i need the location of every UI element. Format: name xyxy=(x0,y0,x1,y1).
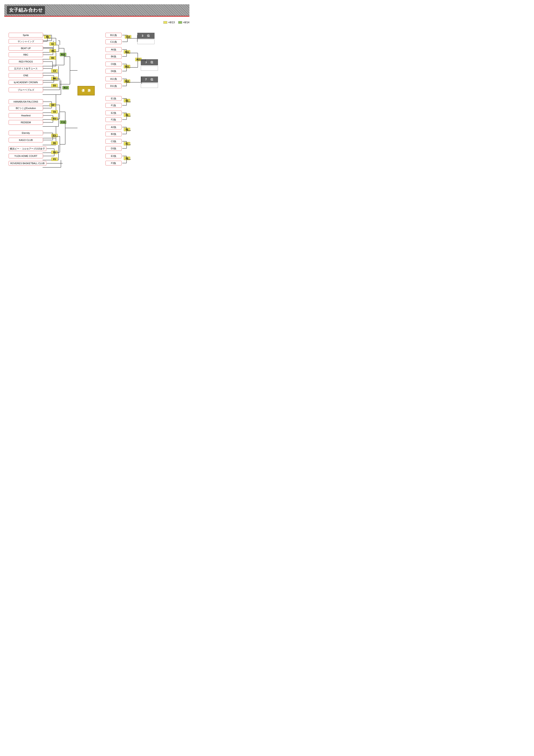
place-3-label: 3 位 xyxy=(137,33,155,39)
result-e3lose: E3負 xyxy=(106,154,122,158)
place3-text: 3 位 xyxy=(141,34,150,38)
label-e3: E3 xyxy=(51,134,58,137)
team-hanabusa: HANABUSA FALCONS xyxy=(9,99,43,104)
legend: =8/13 =8/14 xyxy=(4,21,190,24)
result-a6lose: A6負 xyxy=(106,47,122,52)
legend-yellow-label: =8/13 xyxy=(168,21,175,24)
label-d6: D6 xyxy=(51,141,58,145)
label-c3: C3 xyxy=(51,69,58,73)
label-c11: C11 xyxy=(60,121,66,124)
team-heartiest: Heartiest xyxy=(9,113,43,118)
label-f6: F6 xyxy=(124,128,130,131)
place-7-label: 7 位 xyxy=(141,76,158,83)
label-f8: F8 xyxy=(124,157,130,160)
team-yokohama: 横浜ビー・コルセアーズU15女子 xyxy=(9,146,46,151)
winner-box: 優 勝 xyxy=(78,86,95,95)
team-rbc: RBC xyxy=(9,52,43,57)
team-beatup: BEAT UP xyxy=(9,46,43,51)
label-b6: B6 xyxy=(51,77,58,80)
result-d3lose: D3負 xyxy=(106,146,122,151)
place-5-result xyxy=(141,66,158,71)
team-one: ONE xyxy=(9,73,43,78)
label-b11: B11 xyxy=(60,53,66,56)
place7-text: 7 位 xyxy=(145,78,153,81)
label-d11: D11 xyxy=(124,65,130,68)
team-tachikawa: 立川ダイス女子ユース xyxy=(9,66,43,71)
result-b11lose: B11負 xyxy=(106,33,122,38)
team-redeem: REDEEM xyxy=(9,120,43,125)
place5-text: 5 位 xyxy=(145,60,153,64)
team-eternity: Eternity xyxy=(9,131,43,135)
header: 女子組み合わせ xyxy=(4,4,190,16)
result-d6lose: D6負 xyxy=(106,69,122,73)
label-a6: A6 xyxy=(49,49,56,53)
team-yuza: YUZA HOME COURT xyxy=(9,154,43,158)
result-b3lose: B3負 xyxy=(106,132,122,136)
bracket: Sprite サンシャインズ BEAT UP RBC RED FROGS 立川ダ… xyxy=(4,26,190,220)
result-e1lose: E1負 xyxy=(106,96,122,101)
place-3-result xyxy=(137,40,155,44)
team-kagoclub: KAGO CLUB xyxy=(9,138,43,143)
label-e1: E1 xyxy=(49,42,56,46)
result-b6lose: B6負 xyxy=(106,54,122,59)
place-7-result xyxy=(141,83,158,88)
team-redfrogs: RED FROGS xyxy=(9,59,43,64)
winner-label: 優 勝 xyxy=(82,89,90,93)
result-a11lose: A11負 xyxy=(106,76,122,81)
label-b3: B3 xyxy=(49,56,56,60)
label-d13: D13 xyxy=(124,79,130,83)
result-c11lose: C11負 xyxy=(106,40,122,44)
label-a11: A11 xyxy=(124,50,130,54)
label-f3: F3 xyxy=(51,157,58,161)
team-sprite: Sprite xyxy=(9,33,43,38)
legend-green-box xyxy=(178,21,182,24)
result-c6lose: C6負 xyxy=(106,62,122,67)
team-bctsukuba: BCつくばEvolution xyxy=(9,106,43,111)
result-f3lose: F3負 xyxy=(106,161,122,166)
result-d11lose: D11負 xyxy=(106,84,122,88)
label-f2: F2 xyxy=(51,117,58,121)
label-b13-left: B13 xyxy=(63,86,69,90)
team-bluedevils: ブルーベブルズ xyxy=(9,88,43,92)
team-bjacademy: bj ACADEMY CROWN xyxy=(9,80,43,85)
page-title: 女子組み合わせ xyxy=(7,6,45,14)
label-e5: E5 xyxy=(124,99,130,102)
label-f5: F5 xyxy=(124,113,130,117)
label-c13: C13 xyxy=(125,35,131,39)
place-5-label: 5 位 xyxy=(141,59,158,65)
result-e2lose: E2負 xyxy=(106,111,122,115)
legend-green-label: =8/14 xyxy=(183,21,190,24)
label-a3: A3 xyxy=(44,35,51,39)
legend-yellow: =8/13 xyxy=(164,21,175,24)
result-f2lose: F2負 xyxy=(106,117,122,122)
legend-yellow-box xyxy=(164,21,167,24)
label-f1: F1 xyxy=(51,150,58,154)
result-a3lose: A3負 xyxy=(106,125,122,129)
result-c3lose: C3負 xyxy=(106,139,122,144)
team-sunshines: サンシャインズ xyxy=(9,39,43,44)
label-e2: E2 xyxy=(49,103,56,107)
result-f1lose: F1負 xyxy=(106,103,122,108)
label-c6: C6 xyxy=(51,110,58,114)
label-d3: D3 xyxy=(51,84,58,87)
team-roveres: ROVERES BASKETBALL CLUB xyxy=(9,161,46,166)
legend-green: =8/14 xyxy=(178,21,190,24)
label-f7: F7 xyxy=(124,142,130,146)
